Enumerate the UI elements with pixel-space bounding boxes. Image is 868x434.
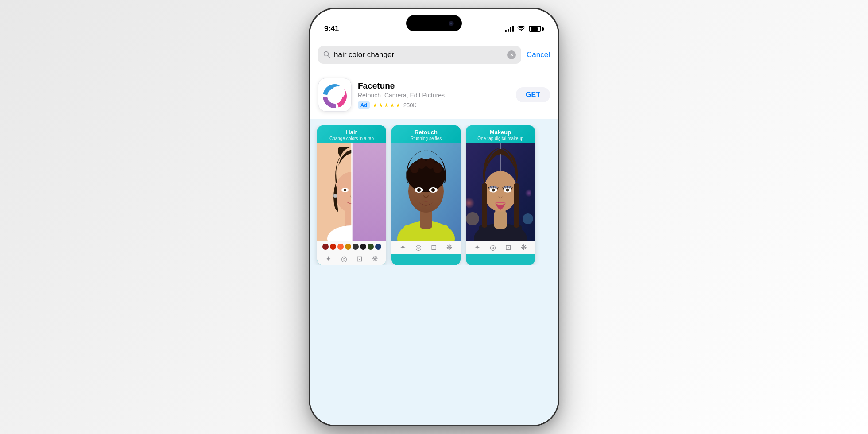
battery-icon: [529, 26, 544, 32]
svg-point-49: [506, 189, 509, 192]
svg-rect-45: [514, 183, 519, 228]
search-bar-container: hair color changer ✕ Cancel: [310, 41, 558, 70]
color-swatches: [317, 241, 386, 252]
hair-bottom-icons: ✦ ◎ ⊡ ❋: [317, 252, 386, 265]
screenshot-makeup-desc: One-tap digital makeup: [470, 136, 531, 141]
app-listing[interactable]: Facetune Retouch, Camera, Edit Pictures …: [310, 70, 558, 119]
screenshot-retouch-desc: Stunning selfies: [396, 136, 456, 141]
facetune-icon-svg: [319, 79, 350, 110]
svg-point-35: [466, 191, 484, 211]
star-rating: ★ ★ ★ ★ ★: [372, 102, 401, 108]
screenshot-retouch[interactable]: Retouch Stunning selfies: [391, 125, 461, 265]
dynamic-island: [406, 15, 462, 31]
rating-count: 250K: [403, 102, 417, 108]
screenshot-makeup[interactable]: Makeup One-tap digital makeup: [466, 125, 535, 265]
screenshot-hair-image: [317, 143, 386, 241]
screenshot-hair-title: Hair: [322, 129, 382, 136]
screenshot-hair-desc: Change colors in a tap: [322, 136, 382, 141]
svg-rect-44: [482, 183, 487, 228]
svg-point-31: [417, 188, 421, 192]
status-time: 9:41: [324, 24, 339, 33]
app-subtitle: Retouch, Camera, Edit Pictures: [358, 92, 510, 99]
phone-frame: 9:41: [310, 9, 558, 425]
search-cancel-button[interactable]: Cancel: [527, 50, 550, 59]
svg-point-47: [492, 189, 495, 192]
svg-point-33: [431, 188, 435, 192]
svg-point-16: [355, 188, 362, 192]
svg-point-37: [466, 212, 479, 225]
screenshots-section: Hair Change colors in a tap: [310, 119, 558, 265]
screenshots-scroll[interactable]: Hair Change colors in a tap: [310, 125, 558, 265]
search-icon: [323, 51, 330, 59]
svg-rect-42: [494, 211, 507, 229]
svg-rect-10: [352, 143, 386, 241]
get-button[interactable]: GET: [516, 87, 550, 102]
app-name: Facetune: [358, 81, 510, 91]
app-store-content: hair color changer ✕ Cancel: [310, 41, 558, 425]
svg-point-8: [328, 92, 335, 99]
screenshot-retouch-image: [391, 143, 461, 241]
svg-point-17: [357, 189, 360, 191]
app-icon: [318, 78, 352, 112]
wifi-icon: [517, 26, 525, 32]
app-rating-row: Ad ★ ★ ★ ★ ★ 250K: [358, 101, 510, 108]
makeup-bottom-icons: ✦ ◎ ⊡ ❋: [466, 241, 535, 254]
svg-line-1: [328, 55, 330, 58]
retouch-face-svg: [391, 143, 461, 241]
front-camera: [449, 21, 454, 26]
svg-point-29: [433, 163, 442, 173]
svg-point-18: [333, 194, 337, 198]
screenshot-retouch-title: Retouch: [396, 129, 456, 136]
signal-icon: [505, 26, 514, 32]
status-icons: [505, 26, 544, 32]
search-query: hair color changer: [334, 50, 504, 59]
screenshot-makeup-title: Makeup: [470, 129, 531, 136]
svg-point-15: [344, 189, 346, 191]
makeup-face-svg: [466, 143, 535, 241]
scene: 9:41: [0, 0, 868, 434]
search-clear-button[interactable]: ✕: [507, 50, 516, 59]
app-info: Facetune Retouch, Camera, Edit Pictures …: [358, 81, 510, 108]
screenshot-hair[interactable]: Hair Change colors in a tap: [317, 125, 386, 265]
screen: 9:41: [310, 9, 558, 425]
screenshot-makeup-image: [466, 143, 535, 241]
svg-rect-23: [420, 210, 432, 229]
svg-point-27: [417, 158, 426, 169]
svg-point-38: [523, 213, 533, 224]
ad-badge: Ad: [358, 101, 370, 108]
retouch-bottom-icons: ✦ ◎ ⊡ ❋: [391, 241, 461, 254]
search-bar[interactable]: hair color changer ✕: [318, 46, 521, 64]
